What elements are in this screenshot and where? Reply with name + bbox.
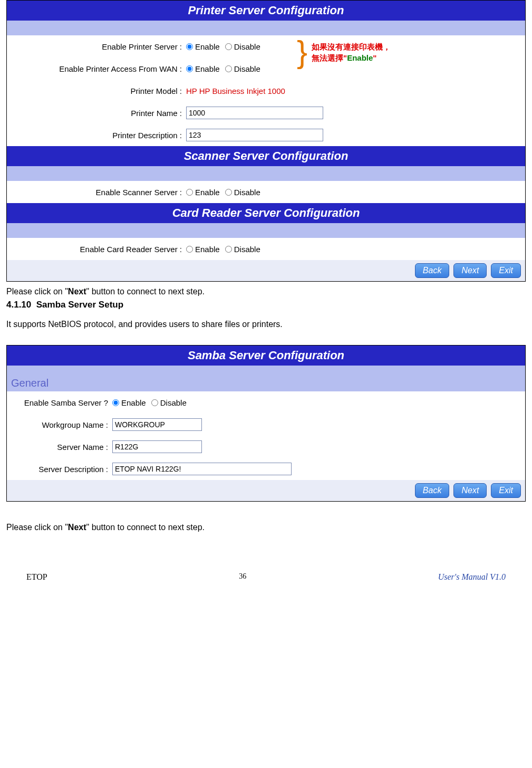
button-row: Back Next Exit xyxy=(7,260,525,281)
radio-enable-samba[interactable]: Enable xyxy=(112,398,146,407)
samba-intro: It supports NetBIOS protocol, and provid… xyxy=(6,320,526,329)
footer-brand: ETOP xyxy=(26,572,47,582)
label-enable-wan: Enable Printer Access From WAN : xyxy=(7,64,186,73)
value-enable-scanner: Enable Disable xyxy=(186,188,520,197)
radio-input[interactable] xyxy=(225,189,232,196)
radio-input-enable-wan[interactable] xyxy=(186,65,193,72)
value-enable-cardreader: Enable Disable xyxy=(186,245,520,254)
radio-disable-samba[interactable]: Disable xyxy=(151,398,187,407)
radio-disable-cardreader[interactable]: Disable xyxy=(225,245,260,254)
label-enable-printer: Enable Printer Server : xyxy=(7,42,186,51)
row-enable-cardreader: Enable Card Reader Server : Enable Disab… xyxy=(7,238,525,260)
printer-name-input[interactable] xyxy=(186,107,323,119)
scanner-header: Scanner Server Configuration xyxy=(7,146,525,166)
label-enable-cardreader: Enable Card Reader Server : xyxy=(7,245,186,254)
printer-desc-input[interactable] xyxy=(186,129,323,141)
server-name-input[interactable] xyxy=(112,440,202,453)
row-workgroup: Workgroup Name : xyxy=(7,414,525,436)
radio-input[interactable] xyxy=(186,189,193,196)
samba-header: Samba Server Configuration xyxy=(7,345,525,366)
annotation: } 如果沒有連接印表機， 無法選擇"Enable" xyxy=(297,38,391,66)
row-enable-samba: Enable Samba Server ? Enable Disable xyxy=(7,391,525,414)
annotation-text: 如果沒有連接印表機， 無法選擇"Enable" xyxy=(312,41,391,63)
cardreader-header: Card Reader Server Configuration xyxy=(7,203,525,223)
spacer xyxy=(7,21,525,35)
button-row-samba: Back Next Exit xyxy=(7,480,525,501)
radio-enable-cardreader[interactable]: Enable xyxy=(186,245,220,254)
value-server-name xyxy=(112,440,520,453)
back-button[interactable]: Back xyxy=(415,483,450,498)
radio-input[interactable] xyxy=(112,399,119,406)
label-workgroup: Workgroup Name : xyxy=(7,420,112,429)
label-server-desc: Server Description : xyxy=(7,465,112,474)
samba-panel: Samba Server Configuration General Enabl… xyxy=(6,345,526,502)
printer-header: Printer Server Configuration xyxy=(7,1,525,21)
value-server-desc xyxy=(112,463,520,475)
row-printer-desc: Printer Description : xyxy=(7,124,525,146)
spacer xyxy=(7,223,525,238)
next-button[interactable]: Next xyxy=(453,263,487,278)
next-step-text: Please click on "Next" button to connect… xyxy=(6,287,526,296)
row-server-name: Server Name : xyxy=(7,436,525,458)
footer-manual-version: User's Manual V1.0 xyxy=(438,572,506,582)
value-printer-model: HP HP Business Inkjet 1000 xyxy=(186,87,520,95)
section-heading: 4.1.10 Samba Server Setup xyxy=(6,300,526,310)
label-printer-name: Printer Name : xyxy=(7,109,186,118)
exit-button[interactable]: Exit xyxy=(491,263,521,278)
page-footer: ETOP 36 User's Manual V1.0 xyxy=(0,556,532,587)
radio-enable-printer[interactable]: Enable xyxy=(186,42,220,51)
radio-input-enable[interactable] xyxy=(186,43,193,50)
label-printer-desc: Printer Description : xyxy=(7,131,186,140)
value-enable-printer: Enable Disable } 如果沒有連接印表機， 無法選擇"Enable" xyxy=(186,42,520,51)
workgroup-input[interactable] xyxy=(112,418,202,431)
radio-disable-scanner[interactable]: Disable xyxy=(225,188,260,197)
value-printer-name xyxy=(186,107,520,119)
value-workgroup xyxy=(112,418,520,431)
radio-disable-wan[interactable]: Disable xyxy=(225,64,260,73)
row-enable-scanner: Enable Scanner Server : Enable Disable xyxy=(7,181,525,203)
radio-input[interactable] xyxy=(225,246,232,253)
next-step-text-2: Please click on "Next" button to connect… xyxy=(6,523,526,532)
label-printer-model: Printer Model : xyxy=(7,87,186,95)
printer-panel: Printer Server Configuration Enable Prin… xyxy=(6,0,526,282)
back-button[interactable]: Back xyxy=(415,263,450,278)
value-enable-samba: Enable Disable xyxy=(112,398,520,407)
radio-input[interactable] xyxy=(186,246,193,253)
radio-enable-scanner[interactable]: Enable xyxy=(186,188,220,197)
general-subheader: General xyxy=(7,375,525,391)
value-enable-wan: Enable Disable xyxy=(186,64,520,73)
radio-disable-printer[interactable]: Disable xyxy=(225,42,260,51)
row-enable-wan: Enable Printer Access From WAN : Enable … xyxy=(7,57,525,80)
label-server-name: Server Name : xyxy=(7,443,112,452)
footer-page-number: 36 xyxy=(239,572,246,582)
brace-icon: } xyxy=(297,38,307,66)
label-enable-samba: Enable Samba Server ? xyxy=(7,398,112,407)
radio-input-disable[interactable] xyxy=(225,43,232,50)
row-server-desc: Server Description : xyxy=(7,458,525,480)
radio-input-disable-wan[interactable] xyxy=(225,65,232,72)
server-desc-input[interactable] xyxy=(112,463,292,475)
radio-enable-wan[interactable]: Enable xyxy=(186,64,220,73)
value-printer-desc xyxy=(186,129,520,141)
radio-input[interactable] xyxy=(151,399,158,406)
row-printer-name: Printer Name : xyxy=(7,102,525,124)
spacer xyxy=(7,166,525,181)
spacer xyxy=(7,366,525,375)
label-enable-scanner: Enable Scanner Server : xyxy=(7,188,186,197)
next-button[interactable]: Next xyxy=(453,483,487,498)
exit-button[interactable]: Exit xyxy=(491,483,521,498)
row-printer-model: Printer Model : HP HP Business Inkjet 10… xyxy=(7,80,525,102)
row-enable-printer-server: Enable Printer Server : Enable Disable }… xyxy=(7,35,525,57)
